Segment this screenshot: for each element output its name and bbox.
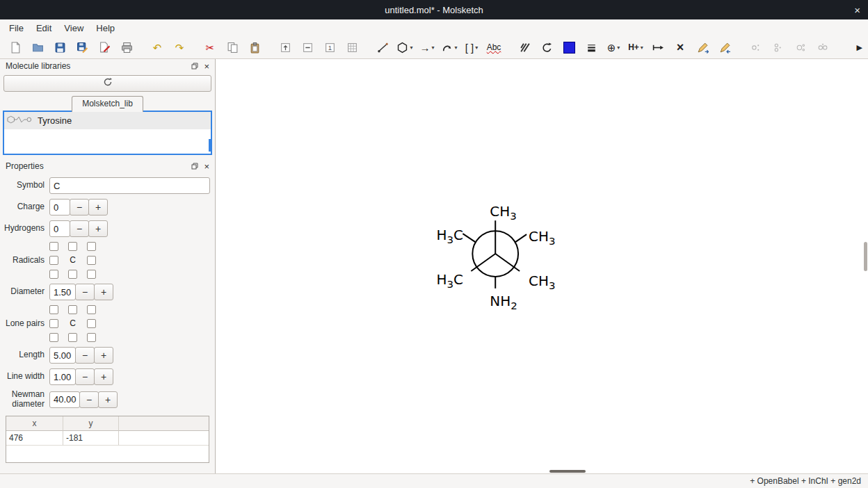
lone_pairs-checkbox-1-0[interactable] bbox=[49, 319, 58, 328]
lone_pairs-checkbox-2-2[interactable] bbox=[87, 333, 96, 342]
length-increase-button[interactable]: + bbox=[94, 347, 113, 364]
substituent-label-upper-left[interactable]: H3C bbox=[437, 227, 463, 246]
modify-decrease-button[interactable] bbox=[715, 38, 734, 56]
length-input[interactable] bbox=[49, 347, 76, 364]
coordinate-x-cell[interactable]: 476 bbox=[6, 431, 63, 446]
substituent-label-bottom[interactable]: NH2 bbox=[490, 293, 517, 312]
menu-help[interactable]: Help bbox=[90, 22, 121, 35]
refresh-library-button[interactable] bbox=[3, 75, 211, 92]
charge-tool-button-dropdown[interactable]: ▾ bbox=[617, 44, 620, 51]
lone_pairs-checkbox-2-0[interactable] bbox=[49, 333, 58, 342]
menu-file[interactable]: File bbox=[3, 22, 30, 35]
ring-tool-button[interactable]: ▾ bbox=[395, 38, 415, 56]
copy-button[interactable] bbox=[223, 38, 242, 56]
cut-button[interactable]: ✂ bbox=[200, 38, 220, 56]
charge-tool-button[interactable]: ⊕▾ bbox=[604, 38, 623, 56]
reaction-arrow-tool-button[interactable]: →▾ bbox=[417, 38, 437, 56]
diameter-decrease-button[interactable]: − bbox=[75, 284, 95, 300]
ring-tool-button-dropdown[interactable]: ▾ bbox=[410, 44, 412, 51]
newman-projection-bonds[interactable] bbox=[463, 220, 527, 288]
drawing-canvas[interactable]: CH3 H3C CH3 H3C CH3 NH2 bbox=[216, 59, 868, 473]
save-button[interactable] bbox=[50, 38, 70, 56]
rotate-tool-button[interactable] bbox=[537, 38, 556, 56]
connector-tool-button[interactable] bbox=[648, 38, 668, 56]
library-item-tyrosine[interactable]: Tyrosine bbox=[4, 112, 211, 129]
radicals-checkbox-0-0[interactable] bbox=[49, 242, 58, 251]
mechanism-arrow-tool-button-dropdown[interactable]: ▾ bbox=[454, 44, 457, 51]
line-width-increase-button[interactable]: + bbox=[94, 368, 113, 385]
canvas-horizontal-scrollbar[interactable] bbox=[549, 470, 586, 473]
radicals-checkbox-2-1[interactable] bbox=[68, 270, 77, 279]
tab-molsketch-lib[interactable]: Molsketch_lib bbox=[72, 96, 143, 112]
lone_pairs-checkbox-0-1[interactable] bbox=[68, 305, 77, 314]
symbol-label: Symbol bbox=[0, 181, 45, 190]
hydrogens-increase-button[interactable]: + bbox=[88, 220, 108, 237]
newman-diameter-decrease-button[interactable]: − bbox=[79, 391, 99, 408]
hydrogen-tool-button[interactable]: H+▾ bbox=[626, 38, 645, 56]
hydrogens-row: Hydrogens − + bbox=[0, 220, 211, 237]
library-list-scrollbar[interactable] bbox=[209, 139, 211, 152]
charge-increase-button[interactable]: + bbox=[88, 199, 108, 215]
canvas-vertical-scrollbar[interactable] bbox=[864, 242, 867, 271]
charge-decrease-button[interactable]: − bbox=[70, 199, 89, 215]
lone_pairs-checkbox-1-2[interactable] bbox=[87, 319, 96, 328]
hydrogens-input[interactable] bbox=[49, 220, 70, 237]
lone_pairs-checkbox-0-2[interactable] bbox=[87, 305, 96, 314]
coordinate-y-cell[interactable]: -181 bbox=[63, 431, 119, 446]
menu-view[interactable]: View bbox=[58, 22, 90, 35]
bracket-tool-button[interactable]: [ ]▾ bbox=[462, 38, 481, 56]
paste-button[interactable] bbox=[245, 38, 264, 56]
newman-diameter-input[interactable] bbox=[49, 391, 80, 408]
substituent-label-upper-right[interactable]: CH3 bbox=[529, 229, 555, 247]
line-width-decrease-button[interactable]: − bbox=[75, 368, 95, 385]
insert-item-minus-button[interactable] bbox=[298, 38, 317, 56]
mechanism-arrow-tool-button[interactable]: ▾ bbox=[440, 38, 459, 56]
hydrogen-tool-button-dropdown[interactable]: ▾ bbox=[641, 44, 643, 51]
color-swatch-button[interactable] bbox=[559, 38, 579, 56]
radicals-checkbox-0-2[interactable] bbox=[87, 242, 96, 251]
insert-item-grid-button[interactable] bbox=[342, 38, 362, 56]
substituent-label-lower-left[interactable]: H3C bbox=[437, 272, 463, 291]
text-tool-button[interactable]: Abc bbox=[484, 38, 504, 56]
properties-close-icon[interactable]: × bbox=[204, 162, 209, 171]
print-button[interactable] bbox=[117, 38, 136, 56]
charge-input[interactable] bbox=[49, 199, 70, 215]
diameter-input[interactable] bbox=[49, 284, 76, 300]
export-button[interactable] bbox=[95, 38, 114, 56]
substituent-label-lower-right[interactable]: CH3 bbox=[529, 273, 555, 292]
libraries-float-icon[interactable] bbox=[191, 63, 198, 70]
delete-tool-button[interactable]: × bbox=[670, 38, 690, 56]
save-as-button[interactable] bbox=[72, 38, 92, 56]
reaction-arrow-tool-button-dropdown[interactable]: ▾ bbox=[431, 44, 434, 51]
diameter-increase-button[interactable]: + bbox=[94, 284, 113, 300]
redo-button[interactable]: ↷ bbox=[170, 38, 189, 56]
line-width-input[interactable] bbox=[49, 368, 76, 385]
menu-edit[interactable]: Edit bbox=[30, 22, 58, 35]
lone_pairs-checkbox-0-0[interactable] bbox=[49, 305, 58, 314]
open-file-button[interactable] bbox=[28, 38, 47, 56]
undo-button[interactable]: ↶ bbox=[147, 38, 167, 56]
line-width-button[interactable] bbox=[581, 38, 601, 56]
newman-diameter-increase-button[interactable]: + bbox=[98, 391, 118, 408]
toolbar-overflow-button[interactable]: ▶ bbox=[857, 43, 864, 52]
radicals-checkbox-2-0[interactable] bbox=[49, 270, 58, 279]
draw-tool-button[interactable] bbox=[373, 38, 392, 56]
window-close-button[interactable]: × bbox=[854, 5, 860, 15]
insert-item-number-button[interactable]: 1 bbox=[320, 38, 339, 56]
bracket-tool-button-dropdown[interactable]: ▾ bbox=[475, 44, 478, 51]
modify-increase-button[interactable] bbox=[693, 38, 712, 56]
symbol-input[interactable] bbox=[49, 177, 210, 194]
libraries-close-icon[interactable]: × bbox=[204, 62, 209, 71]
radicals-checkbox-0-1[interactable] bbox=[68, 242, 77, 251]
length-decrease-button[interactable]: − bbox=[75, 347, 95, 364]
lone_pairs-checkbox-2-1[interactable] bbox=[68, 333, 77, 342]
radicals-checkbox-1-2[interactable] bbox=[87, 256, 96, 265]
substituent-label-top[interactable]: CH3 bbox=[490, 204, 516, 222]
hatch-mode-button[interactable] bbox=[515, 38, 534, 56]
radicals-checkbox-1-0[interactable] bbox=[49, 256, 58, 265]
radicals-checkbox-2-2[interactable] bbox=[87, 270, 96, 279]
properties-float-icon[interactable] bbox=[191, 163, 198, 170]
insert-item-up-button[interactable] bbox=[275, 38, 295, 56]
new-file-button[interactable] bbox=[6, 38, 25, 56]
hydrogens-decrease-button[interactable]: − bbox=[70, 220, 89, 237]
